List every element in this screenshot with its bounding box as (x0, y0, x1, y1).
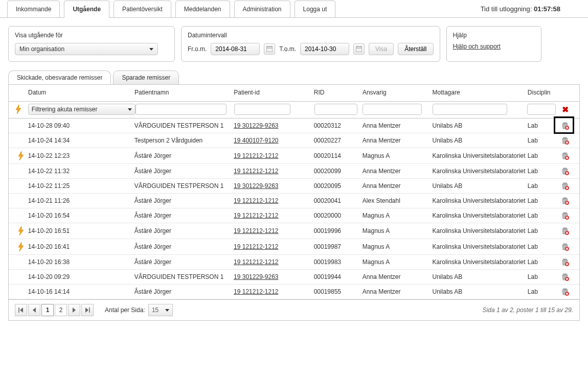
cell-datum: 14-10-20 16:38 (28, 258, 134, 266)
cell-disciplin: Lab (528, 168, 556, 175)
main-tab-patientöversikt[interactable]: Patientöversikt (114, 1, 171, 18)
cell-disciplin: Lab (528, 243, 556, 250)
table-row[interactable]: 14-10-20 16:38Åstäré Jörger19 121212-121… (9, 255, 579, 270)
cell-datum: 14-10-21 11:26 (28, 197, 134, 204)
patient-id-link[interactable]: 19 121212-1212 (234, 258, 278, 266)
org-select[interactable]: Min organisation (15, 43, 158, 55)
cell-patientnamn: Åstäré Jörger (134, 258, 234, 266)
show-button[interactable]: Visa (369, 43, 394, 55)
col-header-rid[interactable]: RID (314, 89, 363, 96)
help-panel: Hjälp Hjälp och support (446, 26, 541, 62)
table-row[interactable]: 14-10-16 14:14Åstäré Jörger19 121212-121… (9, 285, 579, 299)
col-header-patientnamn[interactable]: Patientnamn (134, 89, 234, 96)
help-panel-title: Hjälp (453, 31, 535, 40)
cell-ansvarig: Alex Stendahl (363, 197, 433, 204)
delete-row-button[interactable] (556, 273, 574, 281)
urgent-filter-select[interactable]: Filtrering akuta remisser (28, 104, 135, 115)
table-row[interactable]: 14-10-20 16:41Åstäré Jörger19 121212-121… (9, 239, 579, 255)
svg-rect-26 (563, 183, 567, 184)
filter-mottagare[interactable] (433, 104, 507, 115)
cell-disciplin: Lab (528, 122, 556, 129)
subtab-1[interactable]: Sparade remisser (113, 70, 179, 85)
to-label: T.o.m. (279, 45, 296, 53)
table-row[interactable]: 14-10-20 16:51Åstäré Jörger19 121212-121… (9, 223, 579, 239)
patient-id-link[interactable]: 19 301229-9263 (234, 122, 278, 129)
main-tab-meddelanden[interactable]: Meddelanden (175, 1, 230, 18)
table-row[interactable]: 14-10-24 14:34Testperson 2 Vårdguiden19 … (9, 133, 579, 148)
calendar-icon[interactable] (353, 43, 365, 55)
delete-row-button[interactable] (556, 211, 574, 220)
col-header-ansvarig[interactable]: Ansvarig (363, 89, 433, 96)
table-row[interactable]: 14-10-22 12:23Åstäré Jörger19 121212-121… (9, 148, 579, 164)
help-link[interactable]: Hjälp och support (453, 43, 501, 50)
patient-id-link[interactable]: 19 121212-1212 (234, 212, 278, 219)
delete-row-button[interactable] (556, 167, 574, 175)
pager-first[interactable] (15, 304, 27, 316)
delete-row-button[interactable] (556, 243, 574, 251)
cell-patientnamn: Åstäré Jörger (134, 288, 234, 295)
filter-patientid[interactable] (234, 104, 290, 115)
delete-row-button[interactable] (556, 152, 574, 160)
table-row[interactable]: 14-10-20 16:54Åstäré Jörger19 121212-121… (9, 208, 579, 223)
patient-id-link[interactable]: 19 121212-1212 (234, 197, 278, 204)
pager-page-1[interactable]: 1 (41, 304, 54, 316)
main-tab-inkommande[interactable]: Inkommande (7, 1, 60, 18)
delete-row-button[interactable] (556, 182, 574, 190)
filter-ansvarig[interactable] (363, 104, 422, 115)
filter-rid[interactable] (314, 104, 357, 115)
table-row[interactable]: 14-10-20 09:29VÅRDGUIDEN TESTPERSON 119 … (9, 270, 579, 285)
patient-id-link[interactable]: 19 121212-1212 (234, 168, 278, 175)
filter-patientnamn[interactable] (135, 104, 227, 115)
per-page-select[interactable]: 15 (148, 304, 173, 316)
table-row[interactable]: 14-10-22 11:25VÅRDGUIDEN TESTPERSON 119 … (9, 179, 579, 194)
patient-id-link[interactable]: 19 121212-1212 (234, 243, 278, 250)
delete-row-button[interactable] (556, 136, 574, 145)
cell-disciplin: Lab (528, 227, 556, 234)
pager-last[interactable] (81, 304, 94, 316)
pager-prev[interactable] (28, 304, 40, 316)
delete-row-button[interactable] (556, 227, 574, 235)
patient-id-link[interactable]: 19 400107-9120 (234, 137, 278, 144)
main-tab-administration[interactable]: Administration (234, 1, 290, 18)
svg-marker-8 (16, 105, 21, 114)
table-row[interactable]: 14-10-22 11:32Åstäré Jörger19 121212-121… (9, 164, 579, 179)
delete-row-button[interactable] (556, 197, 574, 205)
reset-button[interactable]: Återställ (398, 43, 433, 55)
cell-datum: 14-10-20 16:41 (28, 243, 134, 250)
from-date-input[interactable] (211, 43, 260, 55)
col-header-mottagare[interactable]: Mottagare (433, 89, 528, 96)
delete-row-button[interactable] (556, 258, 574, 266)
col-header-disciplin[interactable]: Disciplin (528, 89, 556, 96)
pager: 12 Antal per Sida: 15 Sida 1 av 2, poste… (9, 299, 579, 320)
main-tab-utgående[interactable]: Utgående (64, 1, 109, 18)
patient-id-link[interactable]: 19 121212-1212 (234, 227, 278, 234)
pager-next[interactable] (68, 304, 80, 316)
org-select-value: Min organisation (19, 43, 64, 55)
delete-row-button[interactable] (556, 122, 574, 130)
cell-rid: 00020312 (314, 122, 363, 129)
table-row[interactable]: 14-10-21 11:26Åstäré Jörger19 121212-121… (9, 194, 579, 208)
cell-rid: 00019855 (314, 288, 363, 295)
col-header-datum[interactable]: Datum (28, 89, 134, 96)
pager-page-2[interactable]: 2 (55, 304, 67, 316)
cell-mottagare: Karolinska Universitetslaboratoriet (433, 243, 528, 250)
patient-id-link[interactable]: 19 301229-9263 (234, 273, 278, 280)
svg-rect-52 (563, 274, 567, 275)
to-date-input[interactable] (300, 43, 349, 55)
cell-disciplin: Lab (528, 152, 556, 159)
clear-filters-button[interactable]: ✖ (556, 105, 574, 114)
svg-rect-4 (356, 46, 362, 52)
grid-header: Datum Patientnamn Patient-id RID Ansvari… (9, 85, 579, 102)
patient-id-link[interactable]: 19 121212-1212 (234, 152, 278, 159)
subtab-0[interactable]: Skickade, obesvarade remisser (8, 70, 111, 85)
cell-patientnamn: Åstäré Jörger (134, 168, 234, 175)
cell-datum: 14-10-20 16:54 (28, 212, 134, 219)
delete-row-button[interactable] (556, 288, 574, 296)
filter-disciplin[interactable] (527, 104, 556, 115)
table-row[interactable]: 14-10-28 09:40VÅRDGUIDEN TESTPERSON 119 … (9, 119, 579, 133)
patient-id-link[interactable]: 19 121212-1212 (234, 288, 278, 295)
patient-id-link[interactable]: 19 301229-9263 (234, 182, 278, 190)
main-tab-logga ut[interactable]: Logga ut (295, 1, 336, 18)
col-header-patientid[interactable]: Patient-id (234, 89, 314, 96)
calendar-icon[interactable] (264, 43, 275, 55)
